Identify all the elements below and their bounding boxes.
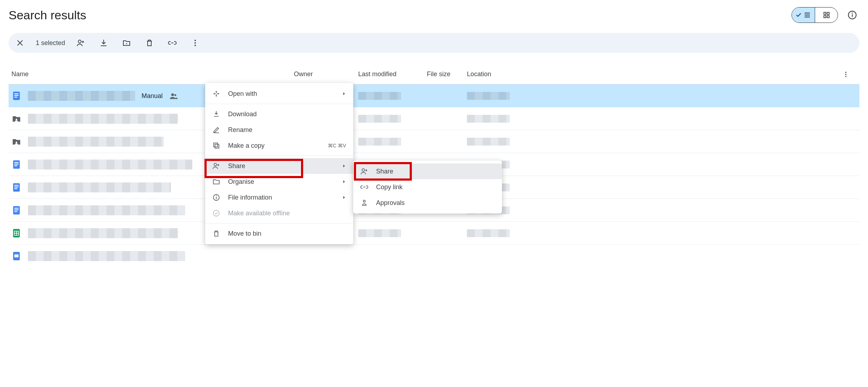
view-details-button[interactable]: [845, 8, 859, 22]
list-icon: [803, 11, 811, 19]
offline-icon: [212, 209, 220, 217]
svg-point-46: [216, 195, 217, 196]
chevron-right-icon: [342, 196, 346, 199]
person-add-icon: [360, 167, 368, 175]
svg-rect-39: [14, 254, 19, 257]
file-name-suffix: Manual: [142, 92, 163, 100]
svg-point-47: [213, 210, 220, 216]
col-name[interactable]: Name: [11, 70, 294, 78]
grid-icon: [823, 11, 830, 19]
col-location[interactable]: Location: [467, 70, 835, 78]
table-row[interactable]: [9, 130, 859, 153]
menu-label: Approvals: [376, 199, 495, 207]
menu-label: Open with: [228, 90, 335, 98]
open-with-icon: [212, 90, 220, 98]
svg-point-20: [16, 119, 18, 121]
docs-icon: [11, 251, 21, 261]
download-icon: [212, 110, 220, 118]
redacted-name: [28, 160, 192, 170]
svg-point-18: [171, 93, 174, 96]
share-button[interactable]: [77, 39, 85, 47]
redacted-name: [28, 228, 178, 238]
svg-point-6: [852, 13, 853, 14]
shared-folder-icon: [11, 137, 21, 147]
column-options-button[interactable]: [842, 71, 849, 78]
menu-download[interactable]: Download: [205, 106, 353, 122]
submenu-approvals[interactable]: Approvals: [353, 195, 502, 211]
svg-rect-0: [824, 13, 826, 15]
redacted-name: [28, 91, 135, 101]
menu-label: Make a copy: [228, 142, 320, 150]
svg-point-7: [78, 40, 81, 43]
submenu-copy-link[interactable]: Copy link: [353, 179, 502, 195]
table-row[interactable]: [9, 107, 859, 130]
view-toggle: [791, 7, 838, 23]
submenu-share[interactable]: Share: [353, 163, 502, 179]
docs-icon: [11, 160, 21, 170]
link-icon: [360, 183, 368, 191]
redacted-location: [467, 92, 510, 100]
copy-icon: [212, 142, 220, 150]
clear-selection-button[interactable]: [16, 39, 24, 47]
svg-rect-17: [14, 97, 17, 97]
redacted-name: [28, 137, 164, 147]
redacted-modified: [358, 138, 401, 146]
menu-make-copy[interactable]: Make a copy ⌘C ⌘V: [205, 138, 353, 153]
svg-point-49: [363, 200, 365, 202]
svg-rect-33: [14, 211, 17, 212]
svg-rect-25: [14, 165, 17, 166]
col-file-size[interactable]: File size: [427, 70, 467, 78]
download-button[interactable]: [99, 39, 108, 47]
selection-count: 1 selected: [36, 39, 65, 47]
svg-point-19: [174, 94, 176, 96]
chevron-right-icon: [342, 164, 346, 168]
redacted-name: [28, 114, 178, 124]
menu-move-to-bin[interactable]: Move to bin: [205, 226, 353, 241]
svg-point-48: [362, 169, 365, 171]
svg-rect-15: [14, 93, 19, 94]
table-row[interactable]: [9, 222, 859, 245]
svg-point-21: [16, 142, 18, 143]
trash-icon: [212, 230, 220, 237]
svg-point-9: [194, 42, 196, 44]
delete-button[interactable]: [145, 39, 154, 47]
menu-file-information[interactable]: File information: [205, 190, 353, 205]
table-row[interactable]: [9, 245, 859, 268]
redacted-location: [467, 138, 510, 146]
menu-label: Copy link: [376, 183, 495, 191]
share-submenu: Share Copy link Approvals: [353, 161, 502, 214]
check-icon: [795, 12, 802, 18]
menu-share[interactable]: Share: [205, 158, 353, 174]
svg-rect-27: [14, 185, 19, 186]
menu-open-with[interactable]: Open with: [205, 86, 353, 102]
redacted-modified: [358, 229, 401, 237]
menu-rename[interactable]: Rename: [205, 122, 353, 138]
col-owner[interactable]: Owner: [294, 70, 358, 78]
svg-rect-31: [14, 208, 19, 209]
menu-label: Make available offline: [228, 210, 346, 217]
move-button[interactable]: [122, 39, 131, 47]
get-link-button[interactable]: [168, 39, 177, 47]
col-last-modified[interactable]: Last modified: [358, 70, 427, 78]
chevron-right-icon: [342, 92, 346, 95]
list-view-button[interactable]: [792, 8, 815, 23]
svg-rect-23: [14, 162, 19, 163]
shared-icon: [169, 91, 178, 101]
svg-point-11: [845, 72, 846, 73]
table-header: Name Owner Last modified File size Locat…: [9, 64, 859, 84]
table-row[interactable]: Manual: [9, 84, 859, 107]
docs-icon: [11, 91, 21, 101]
context-menu: Open with Download Rename Make a copy ⌘C…: [205, 83, 353, 244]
menu-label: Move to bin: [228, 230, 346, 237]
menu-label: Share: [228, 162, 335, 170]
grid-view-button[interactable]: [815, 8, 838, 23]
docs-icon: [11, 182, 21, 192]
svg-rect-41: [215, 144, 219, 148]
redacted-name: [28, 251, 185, 261]
svg-rect-16: [14, 95, 19, 96]
approvals-icon: [360, 199, 368, 207]
more-actions-button[interactable]: [191, 39, 199, 47]
redacted-modified: [358, 115, 401, 123]
menu-organise[interactable]: Organise: [205, 174, 353, 190]
menu-label: Share: [376, 168, 495, 175]
